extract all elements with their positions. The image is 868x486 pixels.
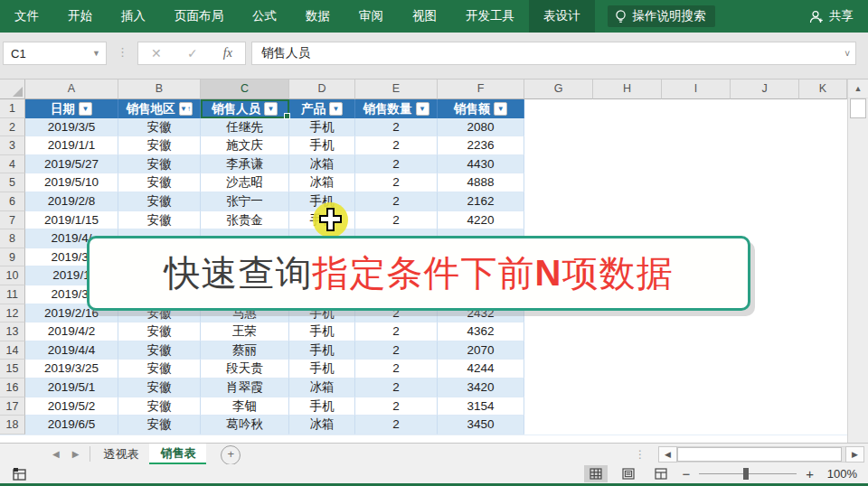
cell[interactable]: 段天贵 bbox=[201, 360, 289, 379]
row-header-2[interactable]: 2 bbox=[0, 118, 25, 137]
cell[interactable]: 手机 bbox=[289, 341, 355, 360]
empty-cell[interactable] bbox=[799, 266, 847, 285]
empty-cell[interactable] bbox=[662, 379, 731, 397]
cell[interactable]: 2019/1/15 bbox=[25, 211, 118, 230]
empty-cell[interactable] bbox=[524, 360, 593, 379]
cell[interactable]: 肖翠霞 bbox=[201, 379, 289, 397]
empty-cell[interactable] bbox=[593, 118, 662, 137]
row-header-14[interactable]: 14 bbox=[0, 341, 25, 360]
cell[interactable]: 2019/5/10 bbox=[25, 173, 118, 192]
empty-cell[interactable] bbox=[731, 322, 799, 341]
column-header-E[interactable]: E bbox=[355, 79, 438, 99]
add-sheet-button[interactable]: + bbox=[221, 445, 241, 465]
empty-cell[interactable] bbox=[799, 322, 847, 341]
cell[interactable]: 冰箱 bbox=[289, 379, 355, 397]
cell[interactable]: 3154 bbox=[438, 397, 524, 416]
empty-cell[interactable] bbox=[593, 173, 662, 192]
page-break-view-button[interactable] bbox=[649, 465, 673, 482]
sheet-next-icon[interactable]: ▶ bbox=[72, 449, 80, 459]
empty-cell[interactable] bbox=[662, 136, 731, 155]
horizontal-scrollbar-track[interactable] bbox=[677, 446, 845, 463]
zoom-out-button[interactable]: − bbox=[682, 467, 690, 481]
empty-cell[interactable] bbox=[593, 341, 662, 360]
column-header-K[interactable]: K bbox=[799, 79, 847, 99]
empty-cell[interactable] bbox=[593, 416, 662, 435]
column-header-F[interactable]: F bbox=[438, 79, 524, 99]
zoom-level[interactable]: 100% bbox=[823, 467, 857, 481]
empty-cell[interactable] bbox=[731, 397, 799, 416]
ribbon-tab-表设计[interactable]: 表设计 bbox=[529, 0, 595, 33]
empty-cell[interactable] bbox=[731, 341, 799, 360]
cell[interactable]: 2 bbox=[355, 118, 438, 137]
cell[interactable]: 3420 bbox=[438, 379, 524, 397]
share-button[interactable]: 共享 bbox=[809, 8, 868, 24]
cell[interactable]: 2019/5/27 bbox=[25, 155, 118, 174]
empty-cell[interactable] bbox=[731, 360, 799, 379]
cell[interactable]: 冰箱 bbox=[289, 416, 355, 435]
cell[interactable]: 2019/3/25 bbox=[25, 360, 118, 379]
cell[interactable]: 安徽 bbox=[118, 360, 201, 379]
empty-cell[interactable] bbox=[799, 341, 847, 360]
cell[interactable]: 2019/5/2 bbox=[25, 397, 118, 416]
row-header-3[interactable]: 3 bbox=[0, 136, 25, 155]
zoom-slider-handle[interactable] bbox=[743, 468, 749, 480]
filter-dropdown-icon[interactable]: ▼ bbox=[329, 102, 343, 116]
empty-cell[interactable] bbox=[662, 155, 731, 174]
column-header-D[interactable]: D bbox=[289, 79, 355, 99]
row-header-12[interactable]: 12 bbox=[0, 304, 25, 323]
cell[interactable]: 手机 bbox=[289, 360, 355, 379]
zoom-slider[interactable] bbox=[699, 467, 797, 481]
empty-cell[interactable] bbox=[524, 211, 593, 230]
column-header-C[interactable]: C bbox=[201, 79, 289, 99]
empty-cell[interactable] bbox=[524, 416, 593, 435]
enter-button[interactable]: ✓ bbox=[187, 46, 198, 61]
row-header-5[interactable]: 5 bbox=[0, 173, 25, 192]
empty-cell[interactable] bbox=[731, 99, 799, 118]
row-header-18[interactable]: 18 bbox=[0, 416, 25, 435]
empty-cell[interactable] bbox=[799, 155, 847, 174]
empty-cell[interactable] bbox=[524, 99, 593, 118]
empty-cell[interactable] bbox=[524, 341, 593, 360]
zoom-in-button[interactable]: + bbox=[806, 467, 814, 481]
table-header-cell[interactable]: 销售地区▼↑ bbox=[118, 99, 201, 118]
row-header-7[interactable]: 7 bbox=[0, 211, 25, 230]
cell[interactable]: 手机 bbox=[289, 118, 355, 137]
insert-function-button[interactable]: fx bbox=[223, 46, 232, 61]
ribbon-tab-页面布局[interactable]: 页面布局 bbox=[160, 0, 238, 33]
hscroll-splitter[interactable]: ⋮ bbox=[635, 444, 646, 464]
cell[interactable]: 手机 bbox=[289, 136, 355, 155]
cell[interactable]: 2019/6/5 bbox=[25, 416, 118, 435]
cell[interactable]: 2 bbox=[355, 416, 438, 435]
empty-cell[interactable] bbox=[799, 173, 847, 192]
empty-cell[interactable] bbox=[524, 118, 593, 137]
column-header-A[interactable]: A bbox=[25, 79, 118, 99]
empty-cell[interactable] bbox=[799, 379, 847, 397]
name-box[interactable]: C1 ▼ bbox=[3, 42, 107, 65]
cell[interactable]: 施文庆 bbox=[201, 136, 289, 155]
table-header-cell[interactable]: 日期▼ bbox=[25, 99, 118, 118]
cell[interactable]: 冰箱 bbox=[289, 155, 355, 174]
filter-dropdown-icon[interactable]: ▼ bbox=[494, 102, 507, 116]
tell-me-search[interactable]: 操作说明搜索 bbox=[608, 5, 715, 27]
empty-cell[interactable] bbox=[662, 360, 731, 379]
cell[interactable]: 2019/2/8 bbox=[25, 192, 118, 211]
cell[interactable]: 2 bbox=[355, 155, 438, 174]
cell[interactable]: 4244 bbox=[438, 360, 524, 379]
cell[interactable]: 安徽 bbox=[118, 155, 201, 174]
empty-cell[interactable] bbox=[662, 192, 731, 211]
empty-cell[interactable] bbox=[593, 136, 662, 155]
column-header-G[interactable]: G bbox=[524, 79, 593, 99]
cell[interactable]: 2 bbox=[355, 136, 438, 155]
cell[interactable]: 2 bbox=[355, 322, 438, 341]
vertical-scrollbar[interactable]: ▲ bbox=[847, 79, 868, 443]
empty-cell[interactable] bbox=[799, 192, 847, 211]
empty-cell[interactable] bbox=[662, 99, 731, 118]
empty-cell[interactable] bbox=[524, 173, 593, 192]
scroll-right-icon[interactable]: ▶ bbox=[845, 446, 864, 463]
cell[interactable]: 蔡丽 bbox=[201, 341, 289, 360]
cell[interactable]: 沙志昭 bbox=[201, 173, 289, 192]
empty-cell[interactable] bbox=[731, 379, 799, 397]
empty-cell[interactable] bbox=[593, 155, 662, 174]
cell[interactable]: 张宁一 bbox=[201, 192, 289, 211]
cell[interactable]: 2 bbox=[355, 341, 438, 360]
